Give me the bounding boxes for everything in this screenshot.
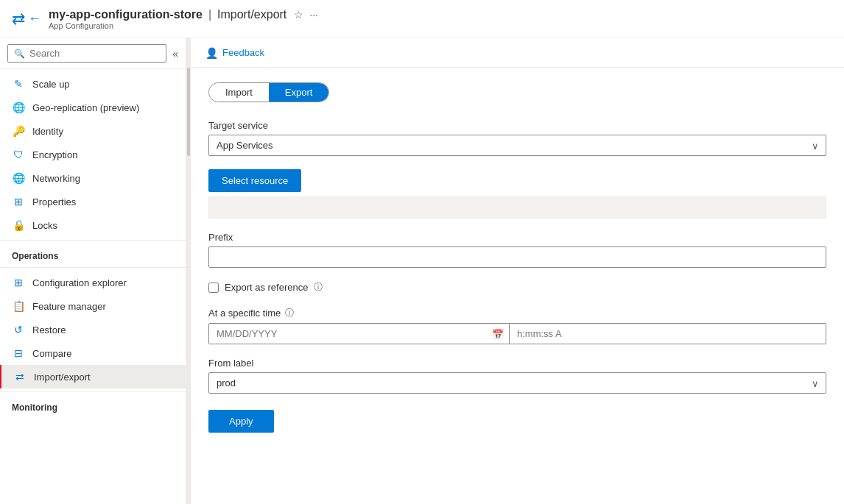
import-button[interactable]: Import — [209, 83, 269, 102]
from-label-select[interactable]: prod staging dev — [208, 372, 826, 394]
sidebar-item-import-export[interactable]: ⇄ Import/export — [0, 365, 186, 388]
export-as-reference-label: Export as reference — [225, 282, 308, 293]
main-content: 👤 Feedback Import Export Target service … — [191, 38, 844, 504]
restore-icon: ↺ — [12, 323, 25, 336]
time-row: 📅 — [208, 323, 826, 344]
more-options-icon[interactable]: ··· — [309, 9, 318, 21]
operations-section-header: Operations — [0, 244, 186, 264]
scroll-thumb — [187, 68, 190, 156]
sidebar-item-encryption[interactable]: 🛡 Encryption — [0, 143, 186, 166]
favorite-star[interactable]: ☆ — [294, 9, 303, 21]
sidebar: 🔍 « ✎ Scale up 🌐 Geo-replication (previe… — [0, 38, 186, 504]
target-service-select-wrapper: App Services Kubernetes Other ∨ — [208, 135, 826, 156]
sidebar-item-identity[interactable]: 🔑 Identity — [0, 119, 186, 143]
geo-replication-icon: 🌐 — [12, 101, 25, 114]
search-input[interactable] — [29, 48, 160, 59]
sidebar-nav: ✎ Scale up 🌐 Geo-replication (preview) 🔑… — [0, 69, 186, 504]
target-service-label: Target service — [208, 120, 826, 131]
sidebar-item-label: Compare — [32, 348, 71, 359]
collapse-button[interactable]: « — [172, 48, 178, 60]
sidebar-item-label: Locks — [32, 220, 57, 231]
target-service-group: Target service App Services Kubernetes O… — [208, 120, 826, 156]
identity-icon: 🔑 — [12, 124, 25, 138]
networking-icon: 🌐 — [12, 171, 25, 185]
resource-name: my-app-configuration-store — [49, 8, 203, 21]
search-box[interactable]: 🔍 — [7, 44, 166, 63]
title-divider: | — [208, 8, 211, 21]
from-label-select-wrapper: prod staging dev ∨ — [208, 372, 826, 394]
sidebar-item-label: Networking — [32, 173, 80, 184]
app-subtitle: App Configuration — [49, 21, 318, 30]
sidebar-item-compare[interactable]: ⊟ Compare — [0, 341, 186, 365]
select-resource-button[interactable]: Select resource — [208, 169, 301, 192]
sidebar-item-label: Identity — [32, 126, 63, 137]
sidebar-search-area: 🔍 « — [0, 38, 186, 69]
search-icon: 🔍 — [14, 49, 25, 59]
top-bar: ⇄ ← my-app-configuration-store | Import/… — [0, 0, 844, 38]
locks-icon: 🔒 — [12, 219, 25, 232]
scale-up-icon: ✎ — [12, 77, 25, 90]
export-as-reference-checkbox[interactable] — [208, 283, 219, 293]
specific-time-group: At a specific time ⓘ 📅 — [208, 307, 826, 344]
sidebar-item-feature-manager[interactable]: 📋 Feature manager — [0, 294, 186, 318]
select-resource-group: Select resource — [208, 169, 826, 219]
sidebar-item-configuration-explorer[interactable]: ⊞ Configuration explorer — [0, 271, 186, 294]
prefix-label: Prefix — [208, 232, 826, 243]
feedback-link[interactable]: Feedback — [222, 47, 264, 58]
date-input[interactable] — [208, 323, 510, 344]
monitoring-section-header: Monitoring — [0, 395, 186, 416]
page-title: Import/export — [217, 8, 286, 21]
resource-display-box — [208, 196, 826, 219]
sidebar-item-scale-up[interactable]: ✎ Scale up — [0, 72, 186, 96]
from-label-group: From label prod staging dev ∨ — [208, 358, 826, 394]
calendar-icon: 📅 — [492, 328, 504, 339]
feedback-icon: 👤 — [205, 47, 218, 59]
title-group: my-app-configuration-store | Import/expo… — [49, 8, 318, 30]
sidebar-item-label: Geo-replication (preview) — [32, 102, 139, 113]
compare-icon: ⊟ — [12, 347, 25, 360]
date-input-wrapper: 📅 — [208, 323, 510, 344]
sidebar-item-geo-replication[interactable]: 🌐 Geo-replication (preview) — [0, 96, 186, 119]
sidebar-item-label: Feature manager — [32, 301, 106, 312]
sidebar-item-label: Configuration explorer — [32, 277, 127, 288]
configuration-explorer-icon: ⊞ — [12, 276, 25, 289]
scroll-indicator — [186, 38, 191, 504]
export-as-reference-row: Export as reference ⓘ — [208, 281, 826, 294]
sidebar-item-label: Properties — [32, 196, 76, 207]
feedback-bar: 👤 Feedback — [191, 38, 844, 68]
sidebar-item-label: Import/export — [34, 372, 91, 383]
properties-icon: ⊞ — [12, 195, 25, 208]
feature-manager-icon: 📋 — [12, 299, 25, 313]
prefix-input[interactable] — [208, 246, 826, 268]
target-service-select[interactable]: App Services Kubernetes Other — [208, 135, 826, 156]
export-reference-info-icon[interactable]: ⓘ — [314, 281, 323, 294]
form-area: Import Export Target service App Service… — [191, 68, 844, 504]
sidebar-item-label: Encryption — [32, 149, 77, 160]
back-button[interactable]: ← — [28, 11, 41, 26]
sidebar-item-properties[interactable]: ⊞ Properties — [0, 190, 186, 213]
sidebar-item-restore[interactable]: ↺ Restore — [0, 318, 186, 341]
from-label-label: From label — [208, 358, 826, 369]
sidebar-item-label: Restore — [32, 324, 66, 336]
sidebar-item-networking[interactable]: 🌐 Networking — [0, 166, 186, 190]
import-export-toggle: Import Export — [208, 82, 329, 102]
sidebar-item-label: Scale up — [32, 79, 70, 90]
encryption-icon: 🛡 — [12, 148, 25, 161]
specific-time-label: At a specific time — [208, 308, 281, 319]
specific-time-info-icon[interactable]: ⓘ — [285, 307, 294, 319]
apply-button[interactable]: Apply — [208, 410, 274, 433]
export-button[interactable]: Export — [269, 83, 329, 102]
prefix-group: Prefix — [208, 232, 826, 268]
time-input[interactable] — [510, 323, 826, 344]
import-export-icon: ⇄ — [13, 370, 27, 383]
sidebar-item-locks[interactable]: 🔒 Locks — [0, 213, 186, 237]
app-icon: ⇄ — [12, 10, 25, 29]
